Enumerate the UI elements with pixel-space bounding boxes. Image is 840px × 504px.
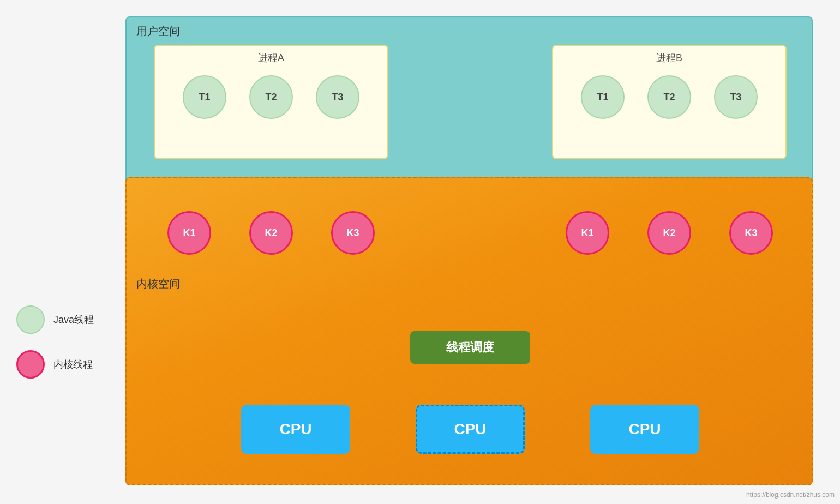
user-space-container: 用户空间 进程A T1 T2 T3 进程B T1 xyxy=(125,16,813,185)
process-a-label: 进程A xyxy=(155,51,387,64)
cpu-box-2: CPU xyxy=(416,405,525,454)
thread-a-t2: T2 xyxy=(249,75,293,119)
thread-a-t1: T1 xyxy=(183,75,226,119)
process-b-label: 进程B xyxy=(553,51,785,64)
thread-b-t3: T3 xyxy=(714,75,758,119)
kernel-space-container: 内核空间 K1 K2 K3 K1 K2 K3 线程调度 CPU CPU xyxy=(125,177,813,485)
cpu-box-1: CPU xyxy=(241,405,350,454)
user-space-label: 用户空间 xyxy=(136,24,180,39)
legend-kernel-thread: 内核线程 xyxy=(16,350,94,379)
kernel-thread-right-k2: K2 xyxy=(647,211,691,255)
legend-kernel-label: 内核线程 xyxy=(53,358,93,371)
legend-java-icon xyxy=(16,305,45,334)
legend-kernel-icon xyxy=(16,350,45,379)
legend-java-label: Java线程 xyxy=(53,313,94,326)
process-a-threads: T1 T2 T3 xyxy=(155,75,387,119)
cpu-box-3: CPU xyxy=(590,405,699,454)
kernel-thread-right-k1: K1 xyxy=(566,211,609,255)
thread-b-t2: T2 xyxy=(647,75,691,119)
kernel-thread-left-k3: K3 xyxy=(331,211,375,255)
kernel-thread-left-k2: K2 xyxy=(249,211,293,255)
legend-java-thread: Java线程 xyxy=(16,305,94,334)
scheduler-box: 线程调度 xyxy=(410,331,530,364)
kernel-thread-right-k3: K3 xyxy=(729,211,773,255)
thread-b-t1: T1 xyxy=(581,75,625,119)
watermark: https://blog.csdn.net/zhus.com xyxy=(746,491,835,499)
process-b-threads: T1 T2 T3 xyxy=(553,75,785,119)
process-a-box: 进程A T1 T2 T3 xyxy=(154,45,388,159)
kernel-space-label: 内核空间 xyxy=(136,277,180,291)
process-b-box: 进程B T1 T2 T3 xyxy=(552,45,787,159)
legend-container: Java线程 内核线程 xyxy=(16,305,94,395)
main-diagram: 用户空间 进程A T1 T2 T3 进程B T1 xyxy=(125,16,813,485)
thread-a-t3: T3 xyxy=(316,75,359,119)
kernel-thread-left-k1: K1 xyxy=(167,211,211,255)
